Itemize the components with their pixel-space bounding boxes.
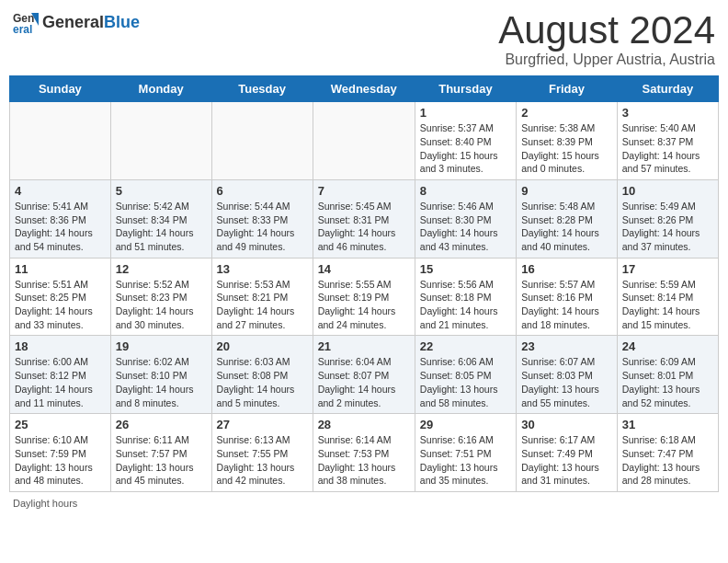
day-info: Sunrise: 5:37 AMSunset: 8:40 PMDaylight:… — [420, 121, 511, 176]
calendar-cell: 20Sunrise: 6:03 AMSunset: 8:08 PMDayligh… — [211, 336, 313, 414]
calendar-cell: 16Sunrise: 5:57 AMSunset: 8:16 PMDayligh… — [517, 258, 618, 336]
day-info: Sunrise: 5:56 AMSunset: 8:18 PMDaylight:… — [420, 278, 511, 332]
week-row-5: 25Sunrise: 6:10 AMSunset: 7:59 PMDayligh… — [10, 414, 719, 492]
calendar-cell: 21Sunrise: 6:04 AMSunset: 8:07 PMDayligh… — [313, 336, 415, 414]
day-number: 24 — [622, 339, 713, 353]
calendar-cell — [10, 102, 111, 180]
day-number: 6 — [217, 184, 308, 198]
day-info: Sunrise: 5:41 AMSunset: 8:36 PMDaylight:… — [15, 200, 106, 254]
day-info: Sunrise: 6:16 AMSunset: 7:51 PMDaylight:… — [420, 433, 511, 488]
day-info: Sunrise: 5:55 AMSunset: 8:19 PMDaylight:… — [318, 278, 410, 332]
day-number: 1 — [420, 106, 511, 120]
calendar-cell: 5Sunrise: 5:42 AMSunset: 8:34 PMDaylight… — [110, 179, 211, 258]
calendar-cell: 25Sunrise: 6:10 AMSunset: 7:59 PMDayligh… — [10, 414, 111, 492]
day-number: 25 — [15, 418, 106, 431]
calendar-cell: 17Sunrise: 5:59 AMSunset: 8:14 PMDayligh… — [617, 258, 718, 336]
day-info: Sunrise: 6:11 AMSunset: 7:57 PMDaylight:… — [116, 433, 207, 488]
footer-note: Daylight hours — [9, 498, 719, 509]
day-number: 4 — [15, 184, 106, 198]
day-number: 14 — [318, 262, 410, 276]
day-info: Sunrise: 5:59 AMSunset: 8:14 PMDaylight:… — [622, 278, 713, 332]
weekday-header-wednesday: Wednesday — [313, 76, 415, 102]
day-number: 21 — [318, 339, 410, 353]
day-info: Sunrise: 5:52 AMSunset: 8:23 PMDaylight:… — [116, 278, 207, 332]
calendar-cell: 10Sunrise: 5:49 AMSunset: 8:26 PMDayligh… — [617, 179, 718, 258]
day-info: Sunrise: 5:38 AMSunset: 8:39 PMDaylight:… — [521, 121, 612, 176]
calendar-cell: 24Sunrise: 6:09 AMSunset: 8:01 PMDayligh… — [617, 336, 718, 414]
day-info: Sunrise: 5:51 AMSunset: 8:25 PMDaylight:… — [15, 278, 106, 332]
day-info: Sunrise: 5:57 AMSunset: 8:16 PMDaylight:… — [521, 278, 612, 332]
day-number: 3 — [622, 106, 713, 120]
day-number: 28 — [318, 418, 410, 431]
day-number: 2 — [521, 106, 612, 120]
day-number: 27 — [217, 418, 308, 431]
day-info: Sunrise: 6:17 AMSunset: 7:49 PMDaylight:… — [521, 433, 612, 488]
calendar-title: August 2024 — [498, 9, 715, 52]
calendar-cell: 12Sunrise: 5:52 AMSunset: 8:23 PMDayligh… — [110, 258, 211, 336]
day-info: Sunrise: 6:18 AMSunset: 7:47 PMDaylight:… — [622, 433, 713, 488]
day-number: 17 — [622, 262, 713, 276]
day-number: 7 — [318, 184, 410, 198]
day-number: 16 — [521, 262, 612, 276]
calendar-table: SundayMondayTuesdayWednesdayThursdayFrid… — [9, 75, 719, 492]
day-info: Sunrise: 6:00 AMSunset: 8:12 PMDaylight:… — [15, 355, 106, 409]
calendar-subtitle: Burgfried, Upper Austria, Austria — [498, 52, 715, 68]
day-number: 26 — [116, 418, 207, 431]
day-info: Sunrise: 5:53 AMSunset: 8:21 PMDaylight:… — [217, 278, 308, 332]
calendar-cell: 27Sunrise: 6:13 AMSunset: 7:55 PMDayligh… — [211, 414, 313, 492]
day-number: 20 — [217, 339, 308, 353]
calendar-cell: 29Sunrise: 6:16 AMSunset: 7:51 PMDayligh… — [415, 414, 516, 492]
logo-icon: Gen eral — [13, 9, 39, 35]
calendar-cell: 19Sunrise: 6:02 AMSunset: 8:10 PMDayligh… — [110, 336, 211, 414]
day-info: Sunrise: 5:48 AMSunset: 8:28 PMDaylight:… — [521, 200, 612, 254]
week-row-2: 4Sunrise: 5:41 AMSunset: 8:36 PMDaylight… — [10, 179, 719, 258]
day-info: Sunrise: 6:07 AMSunset: 8:03 PMDaylight:… — [521, 355, 612, 409]
calendar-cell: 8Sunrise: 5:46 AMSunset: 8:30 PMDaylight… — [415, 179, 516, 258]
day-info: Sunrise: 6:10 AMSunset: 7:59 PMDaylight:… — [15, 433, 106, 488]
day-info: Sunrise: 5:40 AMSunset: 8:37 PMDaylight:… — [622, 121, 713, 176]
calendar-cell: 30Sunrise: 6:17 AMSunset: 7:49 PMDayligh… — [517, 414, 618, 492]
day-number: 22 — [420, 339, 511, 353]
weekday-header-friday: Friday — [517, 76, 618, 102]
day-number: 13 — [217, 262, 308, 276]
logo: Gen eral GeneralBlue — [13, 9, 140, 35]
weekday-header-thursday: Thursday — [415, 76, 516, 102]
calendar-cell: 15Sunrise: 5:56 AMSunset: 8:18 PMDayligh… — [415, 258, 516, 336]
calendar-cell: 4Sunrise: 5:41 AMSunset: 8:36 PMDaylight… — [10, 179, 111, 258]
day-number: 15 — [420, 262, 511, 276]
day-number: 10 — [622, 184, 713, 198]
day-number: 30 — [521, 418, 612, 431]
weekday-header-tuesday: Tuesday — [211, 76, 313, 102]
day-info: Sunrise: 6:06 AMSunset: 8:05 PMDaylight:… — [420, 355, 511, 409]
calendar-cell: 2Sunrise: 5:38 AMSunset: 8:39 PMDaylight… — [517, 102, 618, 180]
title-section: August 2024 Burgfried, Upper Austria, Au… — [498, 9, 715, 68]
day-info: Sunrise: 6:09 AMSunset: 8:01 PMDaylight:… — [622, 355, 713, 409]
calendar-cell: 3Sunrise: 5:40 AMSunset: 8:37 PMDaylight… — [617, 102, 718, 180]
calendar-cell: 26Sunrise: 6:11 AMSunset: 7:57 PMDayligh… — [110, 414, 211, 492]
week-row-1: 1Sunrise: 5:37 AMSunset: 8:40 PMDaylight… — [10, 102, 719, 180]
week-row-3: 11Sunrise: 5:51 AMSunset: 8:25 PMDayligh… — [10, 258, 719, 336]
logo-general-text: GeneralBlue — [42, 13, 140, 32]
calendar-cell: 13Sunrise: 5:53 AMSunset: 8:21 PMDayligh… — [211, 258, 313, 336]
day-number: 18 — [15, 339, 106, 353]
day-info: Sunrise: 6:04 AMSunset: 8:07 PMDaylight:… — [318, 355, 410, 409]
day-number: 12 — [116, 262, 207, 276]
day-number: 9 — [521, 184, 612, 198]
day-info: Sunrise: 5:44 AMSunset: 8:33 PMDaylight:… — [217, 200, 308, 254]
day-info: Sunrise: 5:49 AMSunset: 8:26 PMDaylight:… — [622, 200, 713, 254]
weekday-header-row: SundayMondayTuesdayWednesdayThursdayFrid… — [10, 76, 719, 102]
weekday-header-monday: Monday — [110, 76, 211, 102]
calendar-cell: 14Sunrise: 5:55 AMSunset: 8:19 PMDayligh… — [313, 258, 415, 336]
calendar-cell: 31Sunrise: 6:18 AMSunset: 7:47 PMDayligh… — [617, 414, 718, 492]
week-row-4: 18Sunrise: 6:00 AMSunset: 8:12 PMDayligh… — [10, 336, 719, 414]
day-number: 19 — [116, 339, 207, 353]
page-header: Gen eral GeneralBlue August 2024 Burgfri… — [9, 9, 719, 68]
calendar-cell: 28Sunrise: 6:14 AMSunset: 7:53 PMDayligh… — [313, 414, 415, 492]
day-number: 29 — [420, 418, 511, 431]
day-info: Sunrise: 5:46 AMSunset: 8:30 PMDaylight:… — [420, 200, 511, 254]
weekday-header-saturday: Saturday — [617, 76, 718, 102]
calendar-cell: 1Sunrise: 5:37 AMSunset: 8:40 PMDaylight… — [415, 102, 516, 180]
day-info: Sunrise: 6:13 AMSunset: 7:55 PMDaylight:… — [217, 433, 308, 488]
day-info: Sunrise: 6:03 AMSunset: 8:08 PMDaylight:… — [217, 355, 308, 409]
calendar-cell — [313, 102, 415, 180]
